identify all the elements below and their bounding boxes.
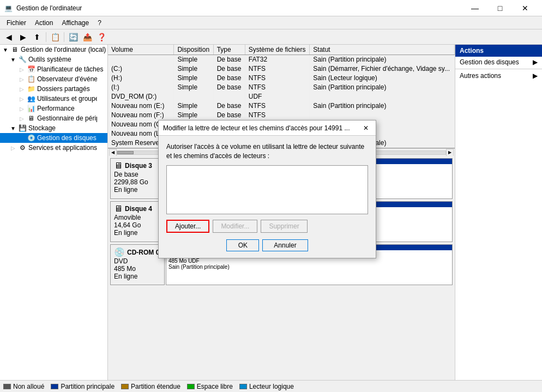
modal-dialog: Modifier la lettre de lecteur et les che…	[158, 120, 376, 258]
modal-action-buttons: Ajouter... Modifier... Supprimer	[166, 220, 368, 233]
modal-description: Autoriser l'accès à ce volume en utilisa…	[166, 142, 368, 161]
modal-ok-buttons: OK Annuler	[166, 239, 368, 251]
modal-annuler-button[interactable]: Annuler	[262, 239, 308, 251]
modal-modifier-button[interactable]: Modifier...	[213, 220, 257, 233]
modal-body: Autoriser l'accès à ce volume en utilisa…	[159, 136, 376, 258]
modal-close-button[interactable]: ✕	[360, 123, 371, 134]
modal-supprimer-button[interactable]: Supprimer	[261, 220, 307, 233]
modal-ajouter-button[interactable]: Ajouter...	[166, 220, 209, 233]
modal-title-bar: Modifier la lettre de lecteur et les che…	[159, 120, 376, 136]
modal-title: Modifier la lettre de lecteur et les che…	[163, 124, 350, 132]
modal-ok-button[interactable]: OK	[226, 239, 259, 251]
modal-overlay: Modifier la lettre de lecteur et les che…	[0, 0, 542, 392]
modal-listbox[interactable]	[166, 165, 368, 214]
